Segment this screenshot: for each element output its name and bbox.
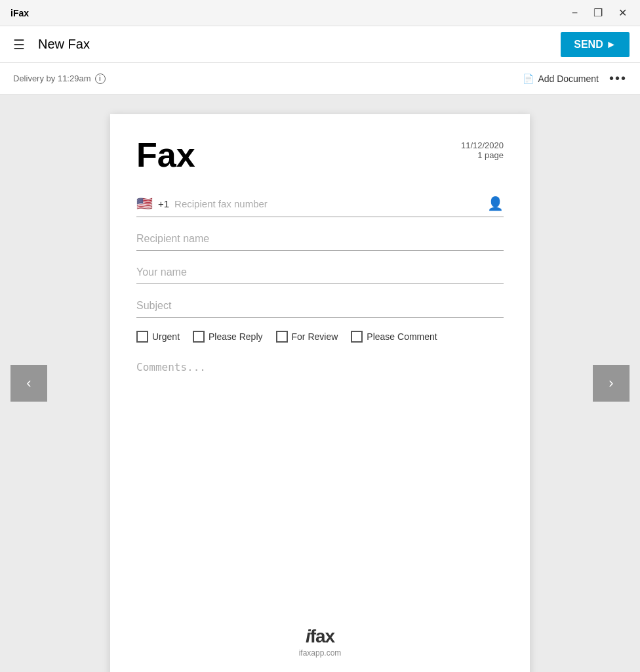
page-title: New Fax bbox=[38, 37, 561, 52]
brand-fax: fax bbox=[310, 626, 334, 646]
hamburger-menu-button[interactable]: ☰ bbox=[10, 34, 28, 55]
info-icon[interactable]: i bbox=[95, 74, 106, 84]
contact-picker-icon[interactable]: 👤 bbox=[487, 196, 504, 211]
delivery-bar: Delivery by 11:29am i 📄 Add Document ••• bbox=[0, 63, 640, 94]
prev-page-button[interactable]: ‹ bbox=[10, 365, 47, 402]
next-page-button[interactable]: › bbox=[593, 365, 630, 402]
brand-i: i bbox=[306, 626, 310, 646]
maximize-button[interactable]: ❐ bbox=[591, 4, 605, 22]
subject-field bbox=[136, 295, 504, 318]
close-button[interactable]: ✕ bbox=[616, 4, 630, 22]
main-content: ‹ Fax 11/12/2020 1 page 🇺🇸 +1 👤 bbox=[0, 94, 640, 672]
urgent-checkbox[interactable] bbox=[136, 331, 148, 343]
comments-input[interactable] bbox=[136, 356, 504, 434]
please-comment-label: Please Comment bbox=[367, 331, 437, 342]
app-name: iFax bbox=[10, 8, 569, 18]
recipient-name-input[interactable] bbox=[136, 228, 504, 250]
title-bar: iFax − ❐ ✕ bbox=[0, 0, 640, 26]
fax-title: Fax bbox=[136, 138, 195, 172]
add-document-button[interactable]: 📄 Add Document bbox=[523, 74, 599, 84]
please-reply-checkbox[interactable] bbox=[193, 331, 205, 343]
delivery-info: Delivery by 11:29am i bbox=[13, 74, 523, 84]
nav-bar: ☰ New Fax SEND ► bbox=[0, 26, 640, 63]
delivery-actions: 📄 Add Document ••• bbox=[523, 71, 627, 86]
country-code: +1 bbox=[158, 198, 169, 209]
fax-number-input[interactable] bbox=[174, 198, 482, 209]
urgent-checkbox-item[interactable]: Urgent bbox=[136, 331, 180, 343]
recipient-name-field bbox=[136, 228, 504, 251]
urgent-label: Urgent bbox=[152, 331, 180, 342]
more-options-button[interactable]: ••• bbox=[609, 71, 627, 86]
for-review-checkbox-item[interactable]: For Review bbox=[276, 331, 338, 343]
please-comment-checkbox-item[interactable]: Please Comment bbox=[351, 331, 437, 343]
window-controls: − ❐ ✕ bbox=[569, 4, 630, 22]
for-review-checkbox[interactable] bbox=[276, 331, 288, 343]
please-reply-label: Please Reply bbox=[209, 331, 263, 342]
your-name-input[interactable] bbox=[136, 261, 504, 284]
minimize-button[interactable]: − bbox=[569, 4, 580, 22]
footer-url: ifaxapp.com bbox=[110, 648, 530, 658]
your-name-field bbox=[136, 261, 504, 284]
fax-footer: ifax ifaxapp.com bbox=[110, 626, 530, 658]
fax-header: Fax 11/12/2020 1 page bbox=[136, 138, 504, 172]
please-comment-checkbox[interactable] bbox=[351, 331, 363, 343]
footer-brand: ifax bbox=[110, 626, 530, 647]
fax-pages: 1 page bbox=[461, 150, 504, 160]
please-reply-checkbox-item[interactable]: Please Reply bbox=[193, 331, 263, 343]
add-doc-icon: 📄 bbox=[523, 74, 534, 84]
fax-document: Fax 11/12/2020 1 page 🇺🇸 +1 👤 bbox=[110, 114, 530, 672]
fax-date: 11/12/2020 bbox=[461, 140, 504, 150]
send-button[interactable]: SEND ► bbox=[561, 32, 630, 57]
add-doc-label: Add Document bbox=[538, 74, 599, 84]
fax-meta: 11/12/2020 1 page bbox=[461, 140, 504, 160]
checkboxes-row: Urgent Please Reply For Review Please Co… bbox=[136, 331, 504, 343]
for-review-label: For Review bbox=[292, 331, 338, 342]
delivery-text-label: Delivery by 11:29am bbox=[13, 74, 91, 83]
fax-number-row: 🇺🇸 +1 👤 bbox=[136, 190, 504, 217]
flag-icon: 🇺🇸 bbox=[136, 196, 153, 211]
subject-input[interactable] bbox=[136, 295, 504, 317]
